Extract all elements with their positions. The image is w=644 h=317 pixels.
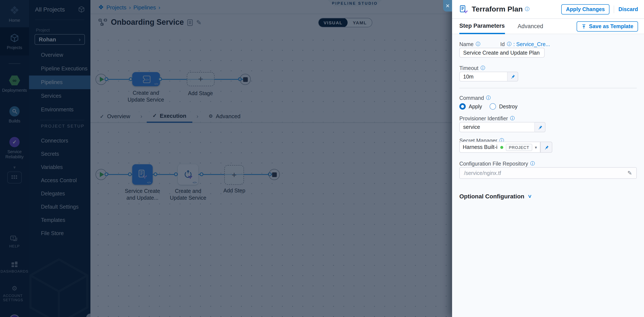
timeout-input[interactable] — [459, 72, 507, 82]
secret-manager-select[interactable]: Harness Built-i... PROJECT ▾ — [459, 142, 540, 153]
optional-configuration-label: Optional Configuration — [459, 193, 524, 200]
step-parameters-form: Nameⓘ Idⓘ : Service_Cre... Timeoutⓘ Comm… — [452, 34, 644, 317]
discard-button[interactable]: Discard — [618, 6, 638, 12]
info-icon[interactable]: ⓘ — [530, 160, 535, 167]
apply-changes-button[interactable]: Apply Changes — [561, 4, 610, 14]
save-as-template-button[interactable]: Save as Template — [576, 21, 638, 31]
chevron-down-icon: ▾ — [535, 145, 537, 150]
divider — [614, 5, 614, 13]
radio-destroy[interactable]: Destroy — [490, 103, 518, 110]
status-dot-icon — [500, 146, 503, 149]
name-input[interactable] — [459, 48, 545, 58]
edit-pencil-icon[interactable]: ✎ — [627, 170, 632, 176]
info-icon[interactable]: ⓘ — [480, 65, 485, 71]
scope-badge: PROJECT — [506, 144, 532, 151]
info-icon[interactable]: ⓘ — [510, 115, 515, 122]
info-icon[interactable]: ⓘ — [476, 41, 480, 47]
terraform-plan-icon — [459, 4, 468, 14]
config-file-repository-field[interactable]: /service/nginx.tf ✎ — [459, 167, 637, 179]
provisioner-identifier-label: Provisioner Identifierⓘ — [459, 115, 515, 122]
radio-selected-icon — [459, 103, 466, 110]
command-radio-group: Apply Destroy — [459, 103, 518, 110]
pin-icon[interactable] — [540, 142, 552, 153]
info-icon[interactable]: ⓘ — [525, 6, 530, 12]
drawer-close-button[interactable]: ✕ — [443, 0, 452, 12]
info-icon[interactable]: ⓘ — [486, 95, 491, 101]
step-id-value[interactable]: : Service_Cre... — [513, 41, 550, 47]
radio-apply[interactable]: Apply — [459, 103, 482, 110]
chevron-down-icon: ˅ — [528, 193, 532, 200]
provisioner-identifier-input[interactable] — [459, 122, 534, 132]
tab-advanced[interactable]: Advanced — [518, 18, 543, 34]
config-file-repository-value: /service/nginx.tf — [464, 170, 501, 176]
info-icon[interactable]: ⓘ — [507, 41, 512, 47]
drawer-header: Terraform Plan ⓘ Apply Changes Discard — [452, 0, 644, 19]
timeout-field — [459, 72, 518, 82]
app-root: ❖ Home Projects ∞ Deployments Builds ✓ S… — [0, 0, 644, 317]
close-icon: ✕ — [446, 3, 450, 9]
config-file-repository-label: Configuration File Repositoryⓘ — [459, 160, 535, 167]
optional-configuration-toggle[interactable]: Optional Configuration ˅ — [459, 193, 532, 200]
drawer-header-actions: Apply Changes Discard — [561, 4, 638, 14]
radio-unselected-icon — [490, 103, 496, 110]
tab-step-parameters[interactable]: Step Parameters — [459, 18, 505, 34]
pin-icon[interactable] — [534, 122, 546, 132]
provisioner-identifier-field — [459, 122, 546, 132]
drawer-title: Terraform Plan — [472, 5, 523, 14]
upload-icon — [581, 24, 586, 29]
step-config-drawer: ✕ Terraform Plan ⓘ Apply Changes Discard… — [452, 0, 644, 317]
secret-manager-value: Harness Built-i... — [463, 144, 498, 150]
pin-icon[interactable] — [507, 72, 518, 82]
timeout-label: Timeoutⓘ — [459, 65, 485, 71]
step-id: Idⓘ : Service_Cre... — [500, 41, 550, 47]
name-label: Nameⓘ — [459, 41, 480, 47]
drawer-tabs: Step Parameters Advanced Save as Templat… — [452, 19, 644, 34]
drawer-backdrop[interactable] — [0, 0, 452, 317]
command-label: Commandⓘ — [459, 95, 491, 101]
divider — [459, 88, 637, 88]
